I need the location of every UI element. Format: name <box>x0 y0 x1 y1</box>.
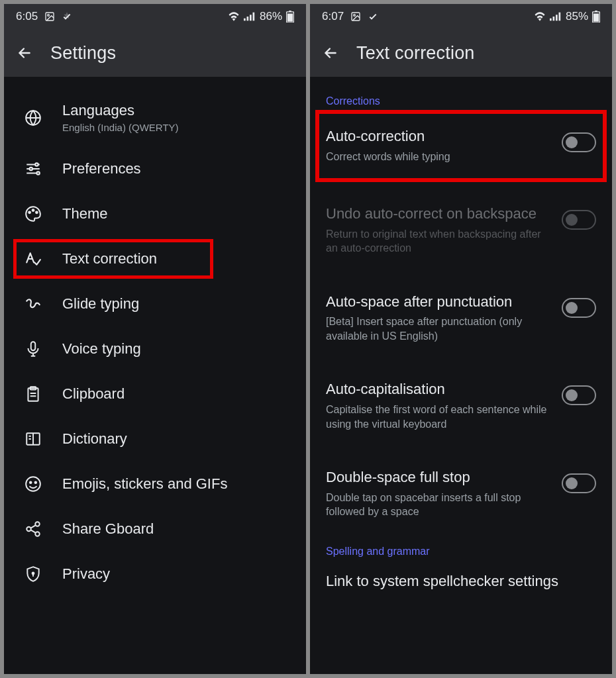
settings-item-privacy[interactable]: Privacy <box>4 552 306 597</box>
palette-icon <box>24 205 42 223</box>
svg-point-24 <box>26 527 31 532</box>
item-double-space[interactable]: Double-space full stop Double tap on spa… <box>310 459 612 528</box>
item-auto-correction[interactable]: Auto-correction Correct words while typi… <box>310 113 612 178</box>
status-bar: 6:07 85% <box>310 4 612 29</box>
svg-rect-3 <box>246 17 248 21</box>
item-title: Preferences <box>62 160 141 177</box>
settings-item-glide-typing[interactable]: Glide typing <box>4 281 306 326</box>
picture-icon <box>44 11 55 22</box>
svg-rect-16 <box>31 342 36 350</box>
item-spellchecker-link[interactable]: Link to system spellchecker settings <box>310 563 612 595</box>
text-correction-list: Corrections Auto-correction Correct word… <box>310 77 612 674</box>
toggle-auto-space[interactable] <box>562 298 596 318</box>
status-time: 6:05 <box>16 10 38 23</box>
status-time: 6:07 <box>322 10 344 23</box>
settings-screen: 6:05 86% Settings Languages English (Ind… <box>4 4 306 674</box>
svg-point-13 <box>28 211 30 213</box>
item-title: Languages <box>62 102 179 119</box>
page-title: Settings <box>50 43 116 64</box>
svg-point-22 <box>34 482 36 484</box>
settings-item-share[interactable]: Share Gboard <box>4 507 306 552</box>
section-spelling: Spelling and grammar <box>310 539 612 563</box>
item-subtitle: Correct words while typing <box>326 150 551 164</box>
svg-rect-29 <box>550 19 552 21</box>
back-arrow-icon[interactable] <box>16 44 33 62</box>
emoji-icon <box>24 475 42 493</box>
gesture-icon <box>24 295 42 313</box>
item-title: Text correction <box>62 250 157 267</box>
item-subtitle: [Beta] Insert space after punctuation (o… <box>326 315 551 343</box>
clipboard-icon <box>24 385 42 403</box>
item-undo-autocorrect: Undo auto-correct on backspace Return to… <box>310 195 612 265</box>
signal-icon <box>550 12 562 21</box>
svg-point-28 <box>354 15 356 17</box>
settings-list: Languages English (India) (QWERTY) Prefe… <box>4 77 306 674</box>
item-title: Link to system spellchecker settings <box>326 572 596 591</box>
battery-icon <box>286 11 294 23</box>
toggle-auto-correction[interactable] <box>562 132 596 152</box>
svg-rect-32 <box>558 13 560 21</box>
settings-item-theme[interactable]: Theme <box>4 191 306 236</box>
item-title: Share Gboard <box>62 520 154 538</box>
toggle-auto-cap[interactable] <box>562 385 596 405</box>
svg-rect-4 <box>250 15 252 21</box>
item-title: Privacy <box>62 565 110 583</box>
svg-point-1 <box>48 15 50 17</box>
check-icon <box>62 11 72 22</box>
settings-item-clipboard[interactable]: Clipboard <box>4 371 306 416</box>
toggle-double-space[interactable] <box>562 473 596 493</box>
svg-point-12 <box>36 171 39 174</box>
text-correction-screen: 6:07 85% Text correction Corrections Aut… <box>310 4 612 674</box>
signal-icon <box>244 12 256 21</box>
svg-point-26 <box>32 573 34 575</box>
sliders-icon <box>24 160 42 178</box>
svg-point-15 <box>36 211 38 213</box>
svg-point-14 <box>32 209 34 211</box>
svg-point-11 <box>30 168 32 170</box>
page-title: Text correction <box>356 43 475 64</box>
picture-icon <box>350 11 361 22</box>
svg-rect-35 <box>593 14 599 22</box>
item-title: Clipboard <box>62 385 125 403</box>
item-auto-cap[interactable]: Auto-capitalisation Capitalise the first… <box>310 371 612 440</box>
status-bar: 6:05 86% <box>4 4 306 29</box>
settings-item-emojis[interactable]: Emojis, stickers and GIFs <box>4 461 306 507</box>
toggle-undo-autocorrect <box>562 210 596 230</box>
settings-item-languages[interactable]: Languages English (India) (QWERTY) <box>4 89 306 146</box>
section-corrections: Corrections <box>310 89 612 113</box>
check-icon <box>368 11 378 22</box>
wifi-icon <box>228 12 240 21</box>
settings-item-text-correction[interactable]: Text correction <box>4 236 306 281</box>
svg-point-20 <box>26 477 40 491</box>
globe-icon <box>24 109 42 127</box>
item-title: Emojis, stickers and GIFs <box>62 475 227 493</box>
item-subtitle: Double tap on spacebar inserts a full st… <box>326 491 551 519</box>
shield-icon <box>24 565 42 583</box>
item-title: Theme <box>62 205 107 222</box>
item-title: Double-space full stop <box>326 468 551 487</box>
item-title: Voice typing <box>62 340 141 358</box>
svg-rect-5 <box>252 13 254 21</box>
item-subtitle: Capitalise the first word of each senten… <box>326 403 551 431</box>
app-bar: Text correction <box>310 29 612 77</box>
share-icon <box>24 520 42 538</box>
svg-rect-31 <box>556 15 558 21</box>
item-subtitle: English (India) (QWERTY) <box>62 122 179 133</box>
wifi-icon <box>534 12 546 21</box>
text-check-icon <box>24 250 42 268</box>
settings-item-preferences[interactable]: Preferences <box>4 146 306 191</box>
item-title: Undo auto-correct on backspace <box>326 205 551 223</box>
settings-item-voice-typing[interactable]: Voice typing <box>4 326 306 371</box>
item-auto-space[interactable]: Auto-space after punctuation [Beta] Inse… <box>310 283 612 353</box>
svg-rect-8 <box>287 14 293 22</box>
battery-percent: 85% <box>566 10 588 23</box>
mic-icon <box>24 340 42 358</box>
svg-point-21 <box>30 482 32 484</box>
svg-point-10 <box>35 163 38 166</box>
item-title: Dictionary <box>62 430 127 448</box>
item-title: Auto-space after punctuation <box>326 293 551 311</box>
back-arrow-icon[interactable] <box>322 44 339 62</box>
settings-item-dictionary[interactable]: Dictionary <box>4 416 306 461</box>
svg-rect-2 <box>244 19 246 21</box>
item-title: Auto-correction <box>326 127 551 146</box>
